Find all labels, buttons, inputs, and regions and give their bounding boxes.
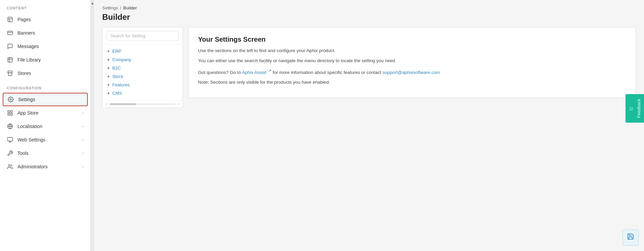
scroll-thumb <box>110 103 136 105</box>
sidebar: CONTENT Pages Banners Messages File Libr… <box>0 0 91 251</box>
pages-icon <box>7 16 13 23</box>
app-store-chevron-icon: › <box>82 111 84 115</box>
sidebar-item-administrators[interactable]: Administrators › <box>0 160 90 173</box>
tree-item-erp[interactable]: + ERP <box>103 47 183 55</box>
feedback-button[interactable]: Feedback ☺ <box>626 94 644 123</box>
tree-label-b2c: B2C <box>112 66 121 71</box>
web-settings-icon <box>7 136 13 143</box>
main-content: Settings / Builder Builder + ERP + <box>94 0 644 251</box>
sidebar-item-stores-label: Stores <box>17 71 31 76</box>
sidebar-item-messages-label: Messages <box>17 44 39 49</box>
content-area: Settings / Builder Builder + ERP + <box>94 0 644 251</box>
info-line-3: Got questions? Go to Aphix Assist ↗ for … <box>198 68 626 76</box>
settings-search-container <box>103 28 183 44</box>
tree-item-company[interactable]: + Company <box>103 55 183 64</box>
support-email-link[interactable]: support@aphixsoftware.com <box>382 70 440 75</box>
scroll-right-arrow[interactable]: › <box>177 101 181 107</box>
expand-icon: + <box>107 66 110 71</box>
expand-icon: + <box>107 83 110 87</box>
vertical-divider: ▲ <box>91 0 94 251</box>
stores-icon <box>7 70 13 77</box>
page-title: Builder <box>102 12 636 22</box>
settings-icon <box>7 96 14 103</box>
administrators-chevron-icon: › <box>82 164 84 169</box>
breadcrumb-separator: / <box>120 5 121 10</box>
settings-search-input[interactable] <box>107 31 179 41</box>
tree-label-cms: CMS <box>112 91 122 96</box>
settings-panel: + ERP + Company + B2C + Stock <box>102 27 183 108</box>
messages-icon <box>7 43 13 50</box>
svg-point-16 <box>8 164 10 166</box>
tree-label-features: Features <box>112 82 129 87</box>
builder-layout: + ERP + Company + B2C + Stock <box>102 27 636 108</box>
tools-icon <box>7 150 13 157</box>
sidebar-item-banners[interactable]: Banners <box>0 26 90 40</box>
expand-icon: + <box>107 74 110 79</box>
configuration-section-label: CONFIGURATION <box>0 80 90 93</box>
tree-item-b2c[interactable]: + B2C <box>103 64 183 72</box>
info-panel-title: Your Settings Screen <box>198 36 626 43</box>
info-line-4: Note: Sections are only visible for the … <box>198 79 626 86</box>
content-section-label: CONTENT <box>0 0 90 13</box>
svg-rect-0 <box>8 17 12 22</box>
tree-label-company: Company <box>112 57 131 62</box>
settings-tree: + ERP + Company + B2C + Stock <box>103 44 183 100</box>
tree-label-stock: Stock <box>112 74 123 79</box>
sidebar-item-app-store-label: App Store <box>17 110 38 116</box>
tree-item-features[interactable]: + Features <box>103 81 183 89</box>
info-line-3-prefix: Got questions? Go to <box>198 70 242 75</box>
expand-icon: + <box>107 57 110 62</box>
tree-item-stock[interactable]: + Stock <box>103 72 183 81</box>
sidebar-item-settings[interactable]: Settings <box>3 93 88 106</box>
tools-chevron-icon: › <box>82 151 84 156</box>
svg-rect-8 <box>11 111 12 112</box>
info-line-3-suffix: for more information about specific feat… <box>273 70 382 75</box>
aphix-assist-link[interactable]: Aphix Assist <box>242 70 267 75</box>
svg-rect-5 <box>8 57 12 62</box>
save-button[interactable] <box>622 229 639 246</box>
sidebar-item-stores[interactable]: Stores <box>0 67 90 80</box>
svg-rect-13 <box>8 137 13 141</box>
svg-rect-9 <box>8 114 9 115</box>
sidebar-item-web-settings[interactable]: Web Settings › <box>0 133 90 147</box>
scroll-up-arrow[interactable]: ▲ <box>91 1 94 5</box>
svg-rect-3 <box>8 31 13 35</box>
web-settings-chevron-icon: › <box>82 137 84 142</box>
tree-label-erp: ERP <box>112 49 121 54</box>
sidebar-item-app-store[interactable]: App Store › <box>0 106 90 120</box>
sidebar-item-banners-label: Banners <box>17 30 35 36</box>
sidebar-item-administrators-label: Administrators <box>17 164 47 169</box>
scroll-left-arrow[interactable]: ‹ <box>105 101 108 107</box>
localisation-icon <box>7 123 13 130</box>
sidebar-item-settings-label: Settings <box>18 97 35 102</box>
sidebar-item-pages-label: Pages <box>17 17 31 22</box>
localisation-chevron-icon: › <box>82 124 84 129</box>
info-panel: Your Settings Screen Use the sections on… <box>188 27 636 98</box>
breadcrumb-parent[interactable]: Settings <box>102 5 118 10</box>
app-store-icon <box>7 110 13 116</box>
breadcrumb: Settings / Builder <box>102 5 636 10</box>
info-line-2: You can either use the search facility o… <box>198 57 626 64</box>
sidebar-item-pages[interactable]: Pages <box>0 13 90 26</box>
sidebar-item-localisation[interactable]: Localisation › <box>0 120 90 133</box>
expand-icon: + <box>107 49 110 54</box>
banners-icon <box>7 30 13 36</box>
feedback-smiley-icon: ☺ <box>628 106 634 111</box>
sidebar-item-messages[interactable]: Messages <box>0 40 90 53</box>
tree-item-cms[interactable]: + CMS <box>103 89 183 97</box>
svg-point-6 <box>10 99 12 100</box>
administrators-icon <box>7 163 13 170</box>
sidebar-item-file-library-label: File Library <box>17 57 41 62</box>
breadcrumb-current: Builder <box>123 5 137 10</box>
info-line-1: Use the sections on the left to find and… <box>198 47 626 54</box>
save-icon <box>627 233 634 242</box>
scroll-track <box>110 103 175 105</box>
sidebar-item-tools[interactable]: Tools › <box>0 147 90 160</box>
svg-rect-7 <box>8 111 9 112</box>
svg-rect-10 <box>11 114 12 115</box>
sidebar-item-web-settings-label: Web Settings <box>17 137 45 142</box>
feedback-label: Feedback <box>636 99 641 118</box>
sidebar-item-file-library[interactable]: File Library <box>0 53 90 67</box>
horizontal-scroll-bar: ‹ › <box>103 100 183 108</box>
file-library-icon <box>7 56 13 63</box>
